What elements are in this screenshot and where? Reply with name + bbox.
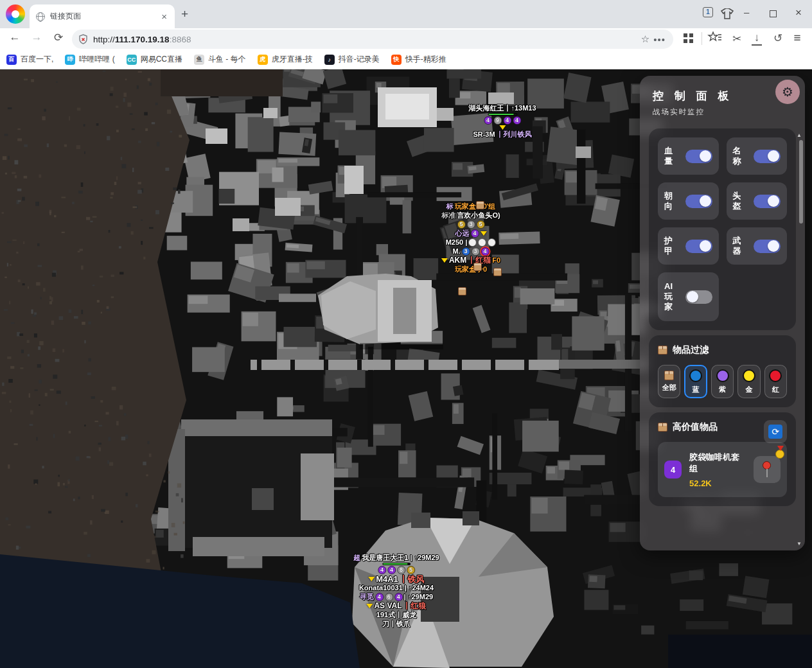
- filter-button-金[interactable]: 金: [737, 365, 760, 398]
- toggle-card-武器[interactable]: 武 器: [727, 227, 788, 265]
- toggle-card-AI玩家[interactable]: AI 玩 家: [658, 272, 719, 321]
- toggle-card-护甲[interactable]: 护 甲: [658, 227, 719, 265]
- maximize-button[interactable]: [770, 8, 777, 19]
- toggle-label: 武 器: [733, 236, 741, 257]
- forward-button[interactable]: →: [28, 31, 45, 44]
- rarity-dot-icon: [769, 369, 782, 382]
- filter-label: 红: [772, 385, 779, 394]
- active-tab[interactable]: 链接页面 ×: [30, 4, 175, 28]
- filter-button-全部[interactable]: 全部: [658, 365, 680, 398]
- new-tab-button[interactable]: +: [181, 7, 188, 21]
- box-icon: [664, 371, 674, 380]
- download-icon[interactable]: ↓: [752, 31, 762, 46]
- toggle-switch[interactable]: [685, 240, 712, 253]
- toggle-switch[interactable]: [754, 195, 781, 208]
- tab-close-icon[interactable]: ×: [160, 11, 168, 22]
- item-name: 胶袋咖啡机套组: [689, 452, 746, 475]
- address-bar[interactable]: http://111.170.19.18:8868 ☆ •••: [72, 30, 673, 49]
- globe-icon: [36, 12, 45, 21]
- toggle-label: 护 甲: [664, 236, 673, 257]
- bookmark-star-icon[interactable]: ☆: [641, 33, 649, 45]
- bookmark-item[interactable]: 虎虎牙直播-技: [258, 54, 313, 65]
- bookmark-favicon: 虎: [258, 55, 268, 65]
- toggle-label: 名 称: [733, 146, 741, 167]
- bookmark-item[interactable]: 快快手-精彩推: [391, 54, 446, 65]
- more-actions-icon[interactable]: •••: [653, 34, 666, 45]
- rarity-dot-icon: [743, 369, 755, 382]
- reload-button[interactable]: ⟳: [50, 31, 67, 44]
- medal-icon: [775, 450, 784, 459]
- bookmark-favicon: 快: [391, 55, 402, 65]
- toggle-label: 朝 向: [664, 191, 673, 212]
- theme-tshirt-icon[interactable]: [721, 8, 734, 19]
- undo-icon[interactable]: ↺: [770, 31, 786, 45]
- scroll-up-arrow[interactable]: ▲: [797, 132, 802, 138]
- item-filter-header: 物品过滤: [658, 344, 787, 356]
- panel-title: 控 制 面 板: [653, 89, 792, 103]
- bookmark-item[interactable]: 哔哔哩哔哩 (: [65, 54, 114, 65]
- bookmark-item[interactable]: ♪抖音-记录美: [324, 54, 380, 65]
- toggle-label: AI 玩 家: [664, 281, 673, 313]
- control-panel: 控 制 面 板 战场实时监控 ⚙ 血 量名 称朝 向头 盔护 甲武 器AI 玩 …: [640, 76, 805, 550]
- toggle-card-名称[interactable]: 名 称: [727, 137, 788, 175]
- bookmark-label: 快手-精彩推: [405, 54, 446, 65]
- toggle-switch[interactable]: [685, 195, 712, 208]
- item-filter-title: 物品过滤: [673, 344, 709, 356]
- bookmark-favicon: CC: [127, 55, 137, 65]
- box-icon: [658, 346, 667, 355]
- filter-button-红[interactable]: 红: [764, 365, 787, 398]
- insecure-shield-icon: [78, 34, 88, 44]
- bookmark-label: 网易CC直播: [141, 54, 182, 65]
- bookmark-favicon: ♪: [324, 55, 335, 65]
- toggle-card-朝向[interactable]: 朝 向: [658, 182, 719, 220]
- gear-icon: ⚙: [782, 84, 793, 100]
- scrollbar-thumb[interactable]: [799, 140, 803, 224]
- bookmark-label: 斗鱼 - 每个: [208, 54, 246, 65]
- item-value: 52.2K: [689, 479, 746, 488]
- tab-count-badge[interactable]: 1: [703, 7, 713, 17]
- scroll-down-arrow[interactable]: ▼: [797, 541, 802, 547]
- item-filter-section: 物品过滤 全部蓝紫金红: [649, 335, 796, 407]
- filter-label: 全部: [662, 383, 676, 392]
- rarity-dot-icon: [689, 369, 702, 382]
- high-value-title: 高价值物品: [673, 421, 718, 433]
- bookmark-favicon: 鱼: [194, 55, 204, 65]
- high-value-section: 高价值物品 ⟳ 4 胶袋咖啡机套组 52.2K: [649, 412, 796, 506]
- refresh-button[interactable]: ⟳: [764, 420, 787, 443]
- high-value-item-card[interactable]: 4 胶袋咖啡机套组 52.2K: [658, 442, 787, 497]
- back-button[interactable]: ←: [6, 31, 23, 44]
- menu-icon[interactable]: ≡: [789, 31, 806, 45]
- toggle-card-血量[interactable]: 血 量: [658, 137, 719, 175]
- tab-title: 链接页面: [50, 11, 160, 22]
- filter-button-紫[interactable]: 紫: [711, 365, 734, 398]
- toolbar-divider: [702, 32, 702, 45]
- toggle-card-头盔[interactable]: 头 盔: [727, 182, 788, 220]
- bookmark-item[interactable]: CC网易CC直播: [127, 54, 182, 65]
- settings-button[interactable]: ⚙: [775, 80, 800, 104]
- toggle-switch[interactable]: [685, 150, 712, 163]
- minimize-button[interactable]: –: [744, 6, 749, 17]
- toggle-switch[interactable]: [685, 290, 712, 304]
- apps-grid-icon[interactable]: [684, 33, 693, 43]
- favorites-collect-icon[interactable]: [707, 31, 723, 44]
- toggle-switch[interactable]: [754, 150, 781, 163]
- bookmark-favicon: 哔: [65, 55, 75, 65]
- toggle-switch[interactable]: [754, 240, 781, 253]
- panel-subtitle: 战场实时监控: [653, 107, 792, 117]
- toggle-label: 头 盔: [733, 191, 741, 212]
- toggle-section: 血 量名 称朝 向头 盔护 甲武 器AI 玩 家: [649, 128, 796, 330]
- bookmark-label: 百度一下,: [21, 54, 53, 65]
- tab-strip: 链接页面 × + 1 – ×: [0, 0, 812, 28]
- rarity-dot-icon: [716, 369, 729, 382]
- filter-button-蓝[interactable]: 蓝: [684, 365, 707, 398]
- bookmark-favicon: 百: [6, 55, 17, 65]
- screenshot-scissors-icon[interactable]: ✂: [728, 32, 745, 46]
- locate-item-button[interactable]: [754, 456, 781, 483]
- window-close-button[interactable]: ×: [795, 6, 802, 19]
- box-icon: [658, 423, 667, 432]
- item-grade-badge: 4: [664, 461, 682, 479]
- bookmark-item[interactable]: 鱼斗鱼 - 每个: [194, 54, 246, 65]
- bookmark-item[interactable]: 百百度一下,: [6, 54, 53, 65]
- browser-logo: [6, 4, 25, 24]
- bookmark-label: 哔哩哔哩 (: [79, 54, 114, 65]
